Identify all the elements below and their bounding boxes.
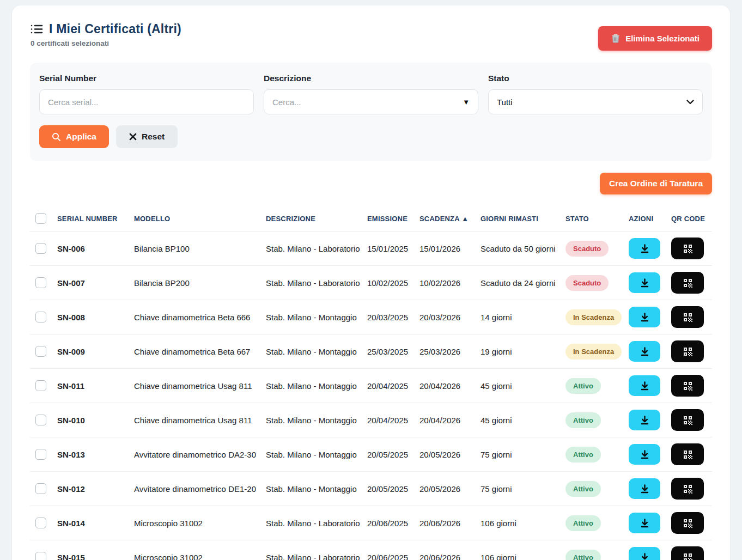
qr-code-button[interactable] [671,375,704,397]
download-certificate-button[interactable] [629,272,660,293]
status-badge: Attivo [565,550,601,560]
qr-code-button[interactable] [671,409,704,431]
row-checkbox[interactable] [35,415,46,425]
qr-code-icon [683,244,692,253]
cell-actions [629,472,671,506]
qr-code-icon [683,519,692,528]
cell-model: Avvitatore dinamometrico DA2-30 [134,437,266,472]
cell-days-remaining: 106 giorni [481,540,565,560]
cell-days-remaining: Scaduto da 24 giorni [481,266,565,300]
cell-status: Attivo [565,540,629,560]
cell-description: Stab. Milano - Laboratorio [266,506,367,540]
qr-code-button[interactable] [671,340,704,362]
selected-count: 0 certificati selezionati [31,39,181,47]
cell-expiry-date: 20/06/2026 [419,506,481,540]
cell-serial-number: SN-007 [57,266,134,300]
row-checkbox[interactable] [35,312,46,322]
table-row: SN-007 Bilancia BP200 Stab. Milano - Lab… [30,266,712,300]
cell-serial-number: SN-010 [57,403,134,437]
download-certificate-button[interactable] [629,410,660,430]
qr-code-button[interactable] [671,478,704,500]
chevron-down-icon [686,100,694,105]
cell-description: Stab. Milano - Laboratorio [266,540,367,560]
cell-days-remaining: 45 giorni [481,369,565,403]
download-certificate-button[interactable] [629,513,660,533]
download-icon [639,483,650,495]
search-icon [52,132,61,142]
cell-model: Chiave dinamometrica Beta 667 [134,334,266,369]
row-checkbox[interactable] [35,346,46,357]
cell-days-remaining: 14 giorni [481,300,565,334]
cell-description: Stab. Milano - Montaggio [266,403,367,437]
qr-code-button[interactable] [671,512,704,534]
column-header-expiry[interactable]: SCADENZA ▲ [419,206,481,232]
download-icon [639,380,650,392]
download-certificate-button[interactable] [629,444,660,465]
cell-checkbox [30,506,57,540]
serial-filter-field: Serial Number [39,74,254,114]
status-badge: Attivo [565,447,601,462]
cell-checkbox [30,334,57,369]
cell-expiry-date: 20/05/2026 [419,472,481,506]
column-header-days: GIORNI RIMASTI [481,206,565,232]
table-row: SN-006 Bilancia BP100 Stab. Milano - Lab… [30,232,712,266]
cell-actions [629,369,671,403]
state-filter-label: Stato [488,74,703,83]
qr-code-button[interactable] [671,306,704,328]
row-checkbox[interactable] [35,552,46,560]
row-checkbox[interactable] [35,518,46,528]
cell-model: Chiave dinamometrica Usag 811 [134,369,266,403]
row-checkbox[interactable] [35,380,46,391]
row-checkbox[interactable] [35,243,46,254]
row-checkbox[interactable] [35,449,46,460]
row-checkbox[interactable] [35,277,46,288]
select-all-checkbox[interactable] [35,213,46,224]
download-certificate-button[interactable] [629,478,660,499]
cell-expiry-date: 20/04/2026 [419,403,481,437]
cell-expiry-date: 15/01/2026 [419,232,481,266]
delete-selected-button[interactable]: Elimina Selezionati [598,26,712,51]
download-certificate-button[interactable] [629,375,660,396]
cell-checkbox [30,403,57,437]
status-badge: Scaduto [565,241,609,257]
cell-status: Attivo [565,437,629,472]
state-select[interactable]: Tutti [488,89,703,114]
qr-code-button[interactable] [671,546,704,560]
cell-qr [671,540,712,560]
cell-emission-date: 20/04/2025 [367,403,419,437]
description-search-combobox[interactable]: Cerca... ▼ [264,89,478,114]
cell-expiry-date: 20/05/2026 [419,437,481,472]
download-certificate-button[interactable] [629,547,660,560]
cell-model: Avvitatore dinamometrico DE1-20 [134,472,266,506]
download-certificate-button[interactable] [629,238,660,259]
reset-filters-button[interactable]: Reset [116,125,178,148]
cell-description: Stab. Milano - Laboratorio [266,266,367,300]
cell-model: Microscopio 31002 [134,506,266,540]
download-icon [639,449,650,460]
status-badge: Attivo [565,481,601,497]
certificates-table: SERIAL NUMBERMODELLODESCRIZIONEEMISSIONE… [30,206,712,560]
cell-days-remaining: 45 giorni [481,403,565,437]
cell-checkbox [30,472,57,506]
cell-model: Bilancia BP200 [134,266,266,300]
cell-qr [671,472,712,506]
download-certificate-button[interactable] [629,307,660,327]
qr-code-button[interactable] [671,238,704,259]
cell-model: Chiave dinamometrica Beta 666 [134,300,266,334]
cell-serial-number: SN-009 [57,334,134,369]
serial-search-input[interactable] [39,89,254,114]
download-icon [639,415,650,426]
download-certificate-button[interactable] [629,341,660,362]
apply-filters-button[interactable]: Applica [39,125,109,148]
table-row: SN-011 Chiave dinamometrica Usag 811 Sta… [30,369,712,403]
qr-code-button[interactable] [671,272,704,294]
cell-expiry-date: 20/03/2026 [419,300,481,334]
qr-code-button[interactable] [671,443,704,465]
page-header: I Miei Certificati (Altri) 0 certificati… [30,22,712,51]
create-calibration-order-button[interactable]: Crea Ordine di Taratura [600,173,712,194]
table-row: SN-015 Microscopio 31002 Stab. Milano - … [30,540,712,560]
cell-expiry-date: 20/06/2026 [419,540,481,560]
row-checkbox[interactable] [35,483,46,494]
cell-qr [671,266,712,300]
cell-checkbox [30,369,57,403]
